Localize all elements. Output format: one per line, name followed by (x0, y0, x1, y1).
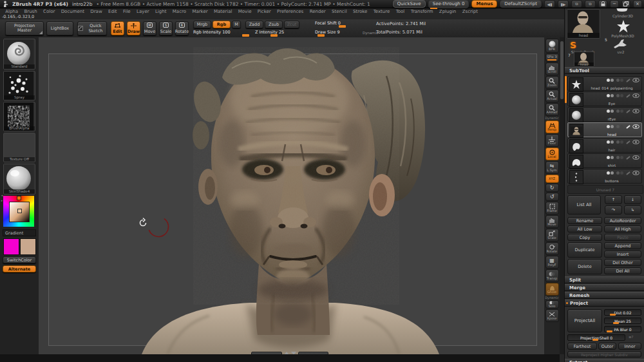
delete-button[interactable]: Delete (567, 259, 602, 274)
brush-toggle-icon[interactable] (626, 124, 630, 128)
dist-slider[interactable]: Dist 0.02 (604, 309, 641, 316)
projection-master-button[interactable]: Projection Master (5, 21, 44, 35)
head2-thumb[interactable]: head (574, 52, 594, 67)
rotate-canvas-button[interactable]: Rotate (545, 242, 559, 255)
solo-button[interactable]: Solo (545, 300, 559, 309)
menu-item-color[interactable]: Color (41, 9, 58, 14)
copy-button[interactable]: Copy (567, 234, 602, 241)
current-brush-thumb[interactable]: Standard (3, 39, 35, 70)
project-all-button[interactable]: ProjectAll (567, 309, 602, 332)
lock-icon[interactable] (598, 0, 607, 8)
menu-item-macro[interactable]: Macro (170, 9, 189, 14)
ghost-button[interactable]: Ghost (545, 283, 559, 296)
scale-canvas-button[interactable]: Scale (545, 229, 559, 242)
menu-item-layer[interactable]: Layer (134, 9, 152, 14)
switch-color-button[interactable]: SwitchColor (3, 256, 36, 263)
current-material-thumb[interactable]: SkinShade4 (3, 164, 35, 195)
visibility-eye-icon[interactable] (632, 140, 639, 144)
menu-item-document[interactable]: Document (59, 9, 88, 14)
xyz-button[interactable]: XYZ (545, 175, 559, 183)
focal-shift-slider[interactable]: Focal Shift 0 (315, 21, 369, 26)
panel-scrollbar-handle[interactable] (560, 41, 564, 99)
polypaint-toggle-icon[interactable] (607, 79, 614, 82)
menu-item-transform[interactable]: Transform (408, 9, 435, 14)
menu-item-stencil[interactable]: Stencil (329, 9, 350, 14)
active-tool-thumb[interactable]: head (567, 9, 600, 39)
lsym-button[interactable]: ⇆ L.Sym (545, 161, 559, 174)
restore-config-icon[interactable]: ⧉ (585, 0, 596, 8)
uv-toggle-icon[interactable] (616, 94, 624, 97)
rotate-mode-button[interactable]: RRotate (175, 21, 189, 35)
menu-item-light[interactable]: Light (153, 9, 169, 14)
duplicate-button[interactable]: Duplicate (567, 242, 602, 258)
brush-toggle-icon[interactable] (626, 93, 630, 97)
menu-item-zplugin[interactable]: Zplugin (437, 9, 459, 14)
brush-toggle-icon[interactable] (626, 140, 630, 144)
polypaint-toggle-icon[interactable] (607, 171, 614, 175)
current-alpha-thumb[interactable]: BrushAlpha (3, 102, 35, 131)
subtool-demote-button[interactable]: ↳ (624, 205, 641, 214)
uv-toggle-icon[interactable] (616, 79, 624, 82)
paste-button[interactable]: Paste (604, 234, 641, 241)
menu-item-stroke[interactable]: Stroke (350, 9, 370, 14)
projection-shell-slider[interactable]: ProjectionShell 0 (567, 334, 625, 341)
inner-button[interactable]: Inner (618, 343, 641, 350)
draw-mode-button[interactable]: Draw (127, 21, 140, 35)
xpose-button[interactable]: Xpose (545, 309, 559, 322)
menu-item-draw[interactable]: Draw (88, 9, 105, 14)
move-canvas-button[interactable]: Move (545, 215, 559, 228)
rgb-intensity-slider[interactable]: Rgb Intensity 100 (193, 30, 250, 35)
menu-item-alpha[interactable]: Alpha (3, 9, 21, 14)
menu-item-movie[interactable]: Movie (236, 9, 254, 14)
menu-item-material[interactable]: Material (211, 9, 235, 14)
extract-section-header[interactable]: Extract (565, 359, 644, 362)
sculpt-canvas[interactable] (39, 37, 544, 354)
polypaint-toggle-icon[interactable] (607, 125, 614, 128)
subtool-promote-button[interactable]: ↷ (605, 205, 622, 214)
cylinder3d-thumb-icon[interactable] (614, 8, 630, 14)
project-section-header[interactable]: Project (565, 300, 644, 307)
simplebrush-thumb-icon[interactable]: S (570, 40, 576, 50)
brush-toggle-icon[interactable] (626, 155, 630, 159)
color-picker[interactable] (3, 196, 34, 227)
menu-item-edit[interactable]: Edit (106, 9, 120, 14)
remesh-section-header[interactable]: Remesh (565, 292, 644, 299)
all-low-button[interactable]: All Low (567, 225, 602, 233)
insert-button[interactable]: Insert (604, 251, 641, 258)
subtool-row-buttons[interactable]: buttons (567, 169, 642, 184)
uv-toggle-icon[interactable] (616, 140, 624, 144)
del-other-button[interactable]: Del Other (604, 259, 641, 266)
menu-item-preferences[interactable]: Preferences (274, 9, 307, 14)
uv-toggle-icon[interactable] (616, 156, 624, 159)
rgb-button[interactable]: Rgb (213, 21, 231, 28)
aahalf-button[interactable]: AAHalf (545, 103, 559, 116)
gradient-toggle[interactable]: Gradient (3, 229, 36, 236)
visibility-eye-icon[interactable] (632, 171, 639, 175)
subtool-row-shirt[interactable]: shirt (567, 153, 642, 168)
visibility-eye-icon[interactable] (632, 93, 639, 98)
cylinder3d-label[interactable]: Cylinder3D (605, 14, 641, 18)
bpr-render-button[interactable]: BPR (545, 39, 559, 53)
del-all-button[interactable]: Del All (604, 267, 641, 274)
menu-item-zscript[interactable]: Zscript (460, 9, 481, 14)
zcut-button[interactable]: Zcut (284, 21, 299, 28)
color-picker-inner-square[interactable] (9, 202, 30, 222)
default-zscript-button[interactable]: DefaultZScript (500, 0, 542, 8)
uv-toggle-icon[interactable] (616, 171, 624, 175)
secondary-color-swatch[interactable] (20, 238, 36, 255)
menu-item-render[interactable]: Render (307, 9, 328, 14)
menu-item-tool[interactable]: Tool (393, 9, 407, 14)
uv-toggle-icon[interactable] (616, 125, 624, 128)
persp-button[interactable]: Persp (545, 120, 559, 133)
right-tray-toggle-icon[interactable]: ▮▶ (558, 0, 569, 8)
transp-button[interactable]: Transp (545, 269, 559, 282)
subtool-row-reye[interactable]: rEye (567, 107, 642, 122)
move-mode-button[interactable]: MMove (143, 21, 156, 35)
subtool-down-button[interactable]: ↓ (624, 195, 641, 204)
outer-button[interactable]: Outer (598, 343, 616, 350)
all-high-button[interactable]: All High (604, 225, 641, 233)
menu-item-marker[interactable]: Marker (189, 9, 211, 14)
visibility-eye-icon[interactable] (632, 109, 639, 113)
actual-button[interactable]: Actual (545, 90, 559, 102)
brush-toggle-icon[interactable] (626, 78, 630, 82)
